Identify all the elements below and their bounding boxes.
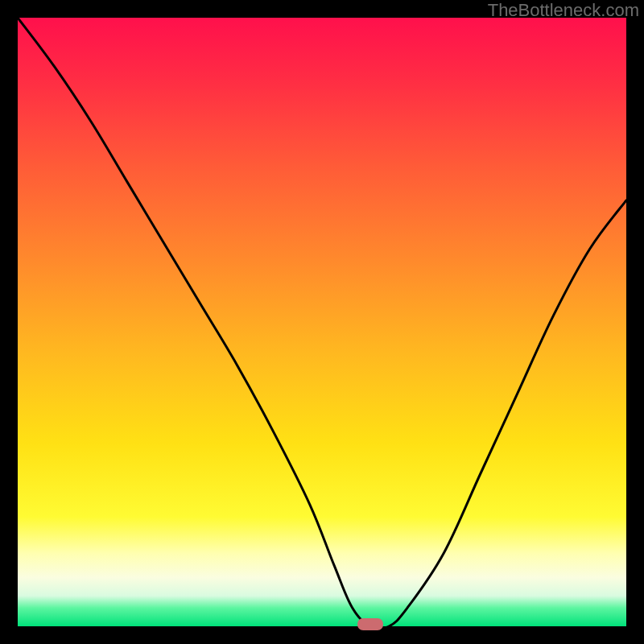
bottleneck-curve bbox=[18, 18, 626, 626]
optimal-marker bbox=[357, 618, 383, 630]
plot-area bbox=[18, 18, 626, 626]
watermark-text: TheBottleneck.com bbox=[488, 0, 639, 21]
chart-frame: TheBottleneck.com bbox=[0, 0, 644, 644]
